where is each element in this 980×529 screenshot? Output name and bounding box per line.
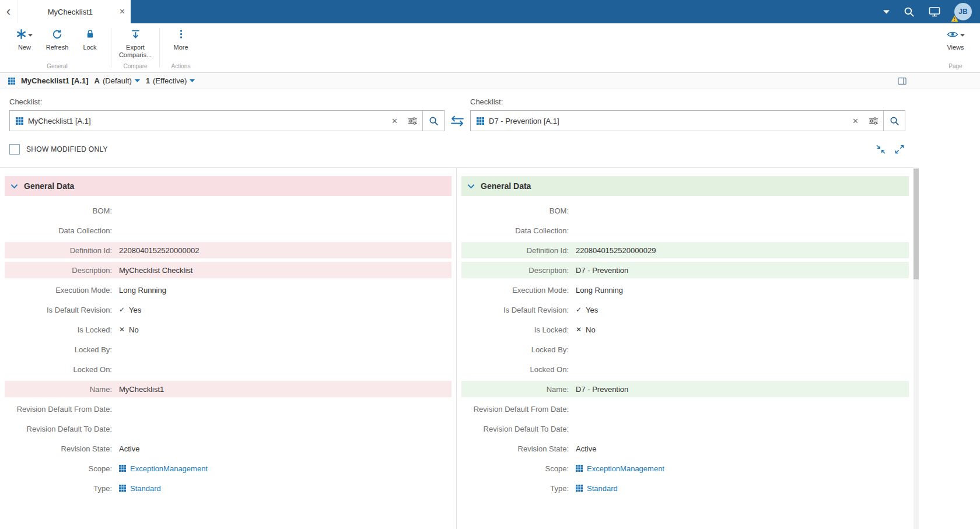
new-button[interactable]: New [8, 29, 41, 51]
vertical-scrollbar[interactable] [914, 167, 919, 529]
filter-icon[interactable] [864, 117, 883, 125]
scrollbar-thumb[interactable] [914, 169, 919, 279]
monitor-icon[interactable] [929, 6, 940, 17]
field-label: Data Collection: [461, 226, 569, 235]
field-link[interactable]: ExceptionManagement [130, 464, 208, 473]
chevron-down-icon [28, 34, 33, 37]
checklist-label: Checklist: [470, 97, 905, 106]
field-row: Name:MyChecklist1 [5, 379, 452, 399]
field-row: BOM: [5, 201, 452, 220]
revision-selector[interactable]: A (Default) [94, 76, 140, 85]
views-button[interactable]: Views [939, 29, 972, 51]
field-row: Revision Default From Date: [461, 399, 909, 419]
field-link[interactable]: ExceptionManagement [587, 464, 664, 473]
field-row: Revision State:Active [5, 439, 452, 458]
field-value: Active [112, 444, 139, 453]
browse-button[interactable] [883, 111, 905, 131]
clear-icon[interactable]: ✕ [847, 117, 864, 125]
more-button[interactable]: More [164, 29, 197, 51]
version-number: 1 [146, 76, 150, 85]
field-value: 2208040152520000029 [569, 246, 656, 255]
field-label: Description: [461, 266, 569, 275]
ribbon-group-compare: ExportComparis... Compare [114, 23, 157, 72]
filter-icon[interactable] [403, 117, 422, 125]
ribbon-separator [159, 28, 160, 68]
field-label: Is Default Revision: [461, 306, 569, 314]
field-row: Locked On: [5, 359, 452, 379]
field-value: Standard [569, 484, 618, 493]
ribbon-separator [111, 28, 111, 68]
field-value: D7 - Prevention [569, 266, 628, 275]
field-text: Long Running [119, 286, 166, 295]
general-data-section-header[interactable]: General Data [5, 176, 452, 196]
grid-icon [119, 465, 126, 472]
warning-icon [951, 15, 958, 22]
right-checklist-input[interactable]: D7 - Prevention [A.1] ✕ [470, 110, 905, 131]
field-row: Revision Default To Date: [461, 419, 909, 439]
browse-button[interactable] [422, 111, 444, 131]
ribbon-group-actions: More Actions [162, 23, 200, 72]
field-label: Is Default Revision: [5, 306, 112, 314]
refresh-button[interactable]: Refresh [41, 29, 74, 51]
right-compare-panel: General Data BOM:Data Collection:Definit… [457, 168, 914, 529]
field-row: Type:Standard [461, 478, 909, 498]
clear-icon[interactable]: ✕ [386, 117, 403, 125]
field-value: Standard [112, 484, 161, 493]
field-label: BOM: [5, 206, 112, 215]
field-text: MyChecklist Checklist [119, 266, 192, 275]
field-link[interactable]: Standard [130, 484, 161, 493]
chevron-down-icon [960, 34, 965, 37]
field-row: Locked On: [461, 359, 909, 379]
show-modified-checkbox[interactable] [9, 144, 20, 155]
field-text: 2208040152520000002 [119, 246, 199, 255]
grid-icon [119, 485, 126, 492]
field-row: Definition Id:2208040152520000002 [5, 240, 452, 260]
field-row: Description:D7 - Prevention [461, 260, 909, 280]
collapse-all-icon[interactable] [876, 145, 886, 154]
tabs-dropdown-icon[interactable] [883, 10, 890, 14]
field-value: Long Running [569, 286, 623, 295]
check-icon: ✓ [119, 306, 125, 314]
field-row: Execution Mode:Long Running [5, 280, 452, 300]
field-text: Yes [129, 306, 141, 314]
expand-all-icon[interactable] [895, 145, 904, 154]
avatar[interactable]: JB [954, 3, 972, 20]
left-checklist-value: MyChecklist1 [A.1] [28, 117, 386, 125]
lock-button[interactable]: Lock [74, 29, 106, 51]
tab-mychecklist1[interactable]: MyChecklist1 × [18, 0, 131, 23]
search-icon[interactable] [904, 6, 915, 17]
export-comparison-button[interactable]: ExportComparis... [116, 29, 155, 59]
back-button[interactable]: ‹ [0, 0, 18, 23]
ribbon-group-label-page: Page [939, 63, 972, 72]
field-text: Long Running [576, 286, 623, 295]
new-icon [16, 29, 26, 41]
field-link[interactable]: Standard [587, 484, 618, 493]
grid-icon [576, 485, 583, 492]
ribbon-group-label-compare: Compare [116, 63, 155, 72]
field-row: Revision State:Active [461, 439, 909, 458]
tab-close-icon[interactable]: × [115, 7, 125, 16]
tab-title: MyChecklist1 [26, 8, 115, 16]
version-selector[interactable]: 1 (Effective) [146, 76, 195, 85]
field-text: D7 - Prevention [576, 385, 628, 394]
swap-button[interactable] [444, 110, 470, 131]
refresh-icon [52, 29, 62, 41]
ribbon-toolbar: New Refresh Lock General ExportComparis.… [0, 23, 980, 73]
general-data-section-header[interactable]: General Data [461, 176, 909, 196]
field-row: Data Collection: [461, 220, 909, 240]
field-row: Description:MyChecklist Checklist [5, 260, 452, 280]
left-checklist-input[interactable]: MyChecklist1 [A.1] ✕ [9, 110, 444, 131]
lock-button-label: Lock [83, 44, 96, 51]
breadcrumb: MyChecklist1 [A.1] A (Default) 1 (Effect… [0, 73, 980, 89]
side-panel-toggle-icon[interactable] [898, 77, 907, 85]
comparison-panels: General Data BOM:Data Collection:Definit… [0, 167, 914, 529]
tab-strip: ‹ MyChecklist1 × [0, 0, 131, 23]
field-value: Long Running [112, 286, 166, 295]
field-row: BOM: [461, 201, 909, 220]
export-button-label: ExportComparis... [119, 44, 152, 59]
chevron-down-icon [10, 184, 18, 189]
field-label: Scope: [461, 464, 569, 473]
cross-icon: ✕ [119, 325, 125, 334]
field-value: ✓Yes [569, 306, 598, 314]
field-value: D7 - Prevention [569, 385, 628, 394]
